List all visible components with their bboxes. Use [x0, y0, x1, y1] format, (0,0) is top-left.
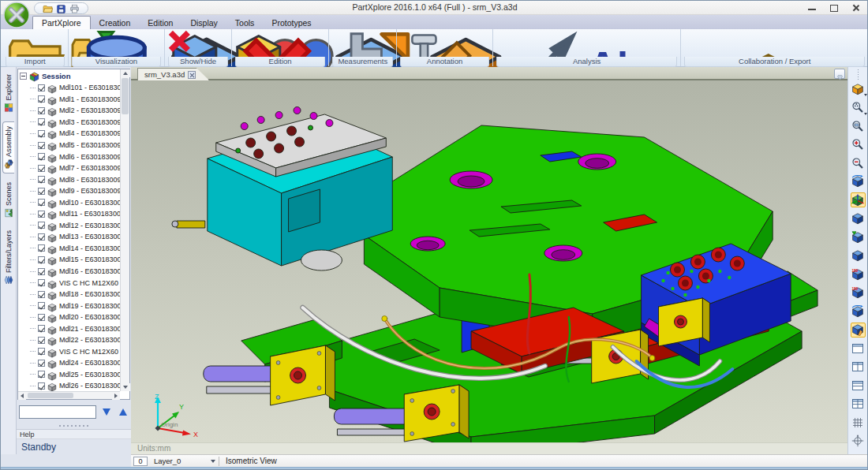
- zoom-button[interactable]: [851, 100, 866, 115]
- back-view-button[interactable]: [851, 248, 866, 263]
- close-icon[interactable]: [851, 3, 861, 13]
- tab-close-icon[interactable]: [188, 71, 196, 79]
- visibility-checkbox[interactable]: [38, 211, 45, 218]
- tab-filters-layers[interactable]: Filters/Layers: [3, 226, 14, 289]
- 3d-viewport[interactable]: Z X Y Origin: [131, 80, 847, 442]
- layer-select[interactable]: Layer_0: [154, 456, 215, 466]
- visibility-checkbox[interactable]: [38, 142, 45, 149]
- visibility-checkbox[interactable]: [38, 84, 45, 91]
- isometric-view-button[interactable]: [851, 192, 866, 207]
- visibility-checkbox[interactable]: [38, 233, 45, 241]
- visibility-checkbox[interactable]: [38, 337, 45, 344]
- visibility-checkbox[interactable]: [38, 107, 45, 114]
- scroll-right-icon[interactable]: [112, 392, 120, 400]
- visibility-checkbox[interactable]: [38, 382, 45, 390]
- visibility-checkbox[interactable]: [38, 291, 45, 298]
- zoom-window-button[interactable]: [851, 118, 866, 133]
- explode-view-button[interactable]: [851, 229, 866, 244]
- ribbon-group-label[interactable]: Annotation: [400, 57, 489, 67]
- scrollbar-thumb[interactable]: [122, 78, 129, 114]
- panel-splitter[interactable]: [17, 423, 131, 427]
- find-previous-button[interactable]: [117, 406, 129, 418]
- tree-item[interactable]: Mdl24 - E630183009_ENSEI: [20, 357, 120, 369]
- visibility-checkbox[interactable]: [38, 188, 45, 195]
- visibility-checkbox[interactable]: [38, 348, 45, 355]
- tree-item[interactable]: Mdl16 - E630183009_ENSEI: [20, 266, 120, 278]
- app-logo-icon[interactable]: [3, 2, 30, 28]
- ribbon-group-label[interactable]: Edition: [235, 57, 326, 67]
- layout-quad-button[interactable]: [851, 397, 866, 412]
- tree-root-row[interactable]: Session: [20, 70, 120, 82]
- tree-item[interactable]: Mdl5 - E630183009_ENSEN: [20, 140, 120, 151]
- tree-item[interactable]: Mdl12 - E630183009_ENSEI: [20, 220, 120, 232]
- visibility-checkbox[interactable]: [38, 118, 45, 125]
- tree-item[interactable]: Mdl11 - E630183009_ENSEI: [20, 208, 120, 220]
- document-tab[interactable]: srm_V3.a3d: [137, 68, 209, 80]
- front-view-button[interactable]: [851, 211, 866, 226]
- tree-item[interactable]: Mdl8 - E630183009_ENSEN: [20, 173, 120, 185]
- minimize-icon[interactable]: [807, 3, 817, 13]
- visibility-checkbox[interactable]: [38, 176, 45, 183]
- rotate-y-180-button[interactable]: 180: [851, 285, 866, 300]
- collapse-icon[interactable]: [20, 73, 27, 80]
- visibility-checkbox[interactable]: [38, 360, 45, 367]
- chevron-down-icon[interactable]: [864, 113, 867, 115]
- view-cube-button[interactable]: [851, 81, 866, 96]
- tree-item[interactable]: Mdl25 - E630183009_ENSEI: [20, 369, 120, 381]
- visibility-checkbox[interactable]: [38, 153, 45, 160]
- visibility-checkbox[interactable]: [38, 314, 45, 321]
- visibility-checkbox[interactable]: [38, 222, 45, 229]
- tree-item[interactable]: Mdl21 - E630183009_ENSEI: [20, 323, 120, 334]
- edit-view-button[interactable]: [851, 323, 866, 338]
- tree-item[interactable]: Mdl9 - E630183009_ENSEN: [20, 185, 120, 197]
- ribbon-group-label[interactable]: Import: [6, 57, 65, 67]
- tab-explorer[interactable]: Explorer: [3, 70, 14, 117]
- rotate-x-180-button[interactable]: 180: [851, 267, 866, 282]
- visibility-checkbox[interactable]: [38, 302, 45, 309]
- visibility-checkbox[interactable]: [38, 95, 45, 103]
- ribbon-group-label[interactable]: Analysis: [496, 57, 678, 67]
- layout-two-horizontal-button[interactable]: [851, 378, 866, 393]
- tree-item[interactable]: Mdl19 - E630183009_ENSEI: [20, 300, 120, 311]
- menu-tab[interactable]: Tools: [226, 17, 264, 29]
- tree-item[interactable]: Mdl6 - E630183009_ENSEN: [20, 151, 120, 162]
- scroll-down-icon[interactable]: [121, 383, 130, 391]
- tree-item[interactable]: Mdl2 - E630183009_ENSEN: [20, 105, 120, 117]
- ribbon-group-label[interactable]: Show/Hide: [168, 57, 228, 67]
- visibility-checkbox[interactable]: [38, 371, 45, 378]
- ribbon-group-label[interactable]: Collaboration / Export: [684, 57, 865, 67]
- toolbar-grip[interactable]: [857, 69, 859, 80]
- ribbon-group-label[interactable]: Visualization: [72, 57, 162, 67]
- layout-single-button[interactable]: [851, 341, 866, 356]
- tree-item[interactable]: Mdl18 - E630183009_ENSEI: [20, 289, 120, 300]
- menu-tab[interactable]: Edition: [139, 17, 181, 29]
- tree-item[interactable]: Mdl13 - E630183009_ENSEI: [20, 231, 120, 243]
- menu-tab[interactable]: Creation: [91, 17, 140, 29]
- tree-item[interactable]: Mdl4 - E630183009_ENSEN: [20, 128, 120, 140]
- spin-view-button[interactable]: [851, 304, 866, 319]
- visibility-checkbox[interactable]: [38, 244, 45, 252]
- tree-item[interactable]: Mdl1 - E630183009_ENSEN: [20, 94, 120, 106]
- tree-item[interactable]: Mdl20 - E630183009_ENSEI: [20, 311, 120, 323]
- tree-item[interactable]: VIS C HC M12X60 - E63018: [20, 277, 120, 289]
- tab-scenes[interactable]: Scenes: [3, 178, 14, 222]
- tree-item[interactable]: Mdl26 - E630183009_ENSEI: [20, 380, 120, 391]
- viewport-options-button[interactable]: [834, 69, 845, 79]
- tree-item[interactable]: Mdl101 - E630183009_ENSE: [20, 82, 120, 94]
- menu-tab[interactable]: Prototypes: [263, 17, 320, 29]
- visibility-checkbox[interactable]: [38, 325, 45, 332]
- scrollbar-thumb[interactable]: [28, 393, 73, 398]
- rotate-view-button[interactable]: [851, 174, 866, 189]
- maximize-icon[interactable]: [829, 3, 839, 13]
- find-next-button[interactable]: [100, 406, 113, 418]
- rotation-center-button[interactable]: [851, 434, 866, 449]
- tree-item[interactable]: Mdl14 - E630183009_ENSEI: [20, 243, 120, 255]
- grid-button[interactable]: [851, 415, 866, 430]
- visibility-checkbox[interactable]: [38, 279, 45, 286]
- tree-item[interactable]: VIS C HC M12X60 - E63018: [20, 346, 120, 358]
- visibility-checkbox[interactable]: [38, 268, 45, 275]
- tree-item[interactable]: Mdl3 - E630183009_ENSEN: [20, 117, 120, 129]
- visibility-checkbox[interactable]: [38, 165, 45, 172]
- tab-assembly[interactable]: Assembly: [2, 121, 14, 173]
- visibility-checkbox[interactable]: [38, 130, 45, 137]
